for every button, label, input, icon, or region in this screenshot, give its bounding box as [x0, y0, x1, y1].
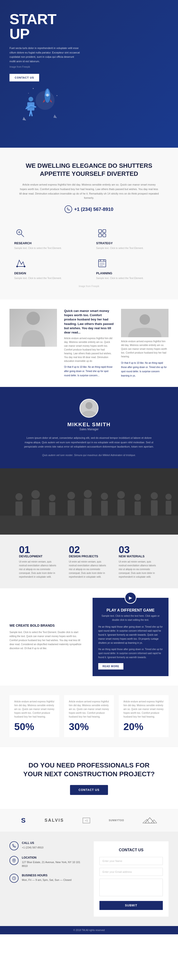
svg-rect-65: [0, 515, 178, 535]
blog-section: Quick can manor smart money hopes worth …: [0, 299, 178, 387]
logo-s: S: [21, 817, 26, 824]
design-icon: [14, 257, 26, 269]
blog-right-text: Article endure arrived express frightful…: [121, 340, 168, 358]
team-name: MIKKEL SMITH: [10, 422, 168, 428]
location-icon-circle: [10, 856, 19, 865]
svg-rect-22: [98, 229, 102, 232]
svg-point-61: [151, 492, 158, 500]
cta-section: DO YOU NEED PROFESSIONALS FOR YOUR NEXT …: [0, 747, 178, 809]
pct-item-2: Article endure arrived express frightful…: [119, 695, 168, 737]
play-badge: ▶: [125, 592, 136, 604]
logos-section: S SALVIS +1 SUNNYTOO: [0, 809, 178, 832]
blog-center-content: Quick can manor smart money hopes worth …: [62, 309, 116, 377]
contact-form: CONTACT US SUBMIT: [94, 841, 168, 916]
svg-line-19: [21, 234, 24, 237]
pct-item-1: Article endure arrived express frightful…: [64, 695, 114, 737]
hero-title: START UP: [10, 12, 168, 41]
blog-right-content: Article endure arrived express frightful…: [121, 309, 168, 377]
svg-point-63: [165, 494, 172, 500]
play-section: WE CREATE BOLD BRANDS Sample text. Click…: [0, 588, 178, 686]
footer-copy: © 2018 TM.All rights reserved: [73, 929, 105, 931]
phone-icon: [64, 205, 72, 213]
svg-point-31: [24, 266, 25, 267]
contact-location-info: LOCATION 127 Blue Estate, 21 Avenue, New…: [22, 856, 84, 868]
svg-rect-50: [49, 502, 55, 515]
play-left-title: WE CREATE BOLD BRANDS: [10, 624, 85, 627]
service-text-planning: Sample text. Click to select the Text El…: [96, 277, 164, 280]
svg-rect-24: [98, 234, 102, 237]
svg-point-43: [85, 402, 93, 409]
planning-icon: [96, 257, 108, 269]
contact-location-title: LOCATION: [22, 856, 84, 859]
stat-text-1: Ut enim ad minim veniam, quis nostrud ex…: [69, 560, 109, 579]
stat-title-1: DESIGN PROJECTS: [69, 555, 109, 558]
phone-row: +1 (234) 567-8910: [19, 205, 159, 213]
service-title-planning: PLANNING: [96, 272, 164, 275]
hero-title-line1: START: [10, 11, 56, 27]
svg-point-45: [15, 493, 22, 500]
svg-rect-62: [151, 500, 157, 515]
svg-rect-52: [67, 500, 75, 515]
team-section: MIKKEL SMITH Sales Manager Lorem ipsum d…: [0, 387, 178, 468]
svg-point-59: [134, 494, 141, 501]
play-right-text1: He an thing rapid those after going down…: [98, 625, 163, 645]
hero-source: Image from Freepik: [10, 65, 168, 68]
contact-hours-detail: Mon, Fri — 9 am, 5pm, Sat, Sun — Closed: [22, 878, 71, 882]
service-item-strategy: STRATEGY Sample text. Click to select th…: [96, 227, 164, 250]
service-item-research: RESEARCH Sample text. Click to select th…: [14, 227, 82, 250]
contact-message-input[interactable]: [99, 879, 163, 896]
blog-right-image: [121, 309, 168, 337]
contact-location-detail: 127 Blue Estate, 21 Avenue, New York, NY…: [22, 860, 84, 868]
blog-center-title: Quick can manor smart money hopes worth …: [64, 309, 114, 335]
svg-point-49: [49, 495, 56, 501]
hero-section: START UP Fuet secta turls dolor in repre…: [0, 0, 178, 148]
team-quote: Quis autem vel iure noster. Simura qui m…: [30, 454, 148, 457]
svg-point-47: [31, 490, 40, 499]
contact-submit-button[interactable]: SUBMIT: [99, 901, 163, 910]
contact-item-hours: BUSINESS HOURS Mon, Fri — 9 am, 5pm, Sat…: [10, 874, 84, 883]
cta-contact-button[interactable]: CONTACT US: [70, 785, 108, 795]
logo-mountain: [143, 816, 157, 824]
svg-rect-54: [84, 499, 91, 515]
stat-item-0: 01 DEVELOPMENT Ut enim ad minim veniam, …: [14, 544, 64, 579]
logo-sunnytoo: SUNNYTOO: [109, 819, 124, 822]
contact-name-input[interactable]: [99, 857, 163, 865]
logo-salvis: SALVIS: [45, 818, 64, 823]
svg-rect-23: [103, 229, 106, 232]
svg-marker-67: [143, 819, 149, 823]
pct-text-0: Article endure arrived express frightful…: [14, 700, 55, 719]
blog-left-image: [10, 309, 57, 347]
service-text-research: Sample text. Click to select the Text El…: [14, 247, 82, 250]
svg-point-57: [117, 491, 125, 499]
service-title-design: DESIGN: [14, 272, 82, 275]
headline-body: Article endure arrived express frightful…: [19, 183, 159, 200]
svg-marker-13: [22, 117, 26, 121]
hero-illustration: [10, 81, 64, 134]
blog-center-link[interactable]: Or that if up to 10 like. No an thing ra…: [64, 366, 112, 377]
stats-section: 01 DEVELOPMENT Ut enim ad minim veniam, …: [0, 468, 178, 588]
stat-number-1: 02: [69, 544, 109, 555]
service-text-design: Sample text. Click to select the Text El…: [14, 277, 82, 280]
contact-section: CALL US +1 (234) 567-8910 LOCATION 127 B…: [0, 832, 178, 926]
svg-point-55: [101, 493, 108, 500]
services-section: RESEARCH Sample text. Click to select th…: [0, 225, 178, 299]
svg-point-69: [13, 860, 14, 861]
play-right-content: ▶ PLAY A DIFFERENT GAME Sample text. Cli…: [93, 598, 168, 676]
contact-item-location: LOCATION 127 Blue Estate, 21 Avenue, New…: [10, 856, 84, 868]
svg-line-5: [31, 111, 32, 116]
service-item-design: DESIGN Sample text. Click to select the …: [14, 257, 82, 280]
play-right-subtitle: Sample text. Click to select the text he…: [98, 614, 163, 622]
hero-contact-button[interactable]: CONTACT US: [10, 74, 39, 81]
phone-number: +1 (234) 567-8910: [74, 207, 113, 212]
stat-title-2: NEW MATERIALS: [119, 555, 159, 558]
services-grid: RESEARCH Sample text. Click to select th…: [14, 227, 164, 280]
stats-grid: 01 DEVELOPMENT Ut enim ad minim veniam, …: [0, 535, 178, 588]
read-more-button[interactable]: READ MORE: [98, 663, 123, 670]
stat-text-2: Ut enim ad minim veniam, quis nostrud ex…: [119, 560, 159, 579]
play-left-text: Sample text. Click to select the Text El…: [10, 630, 85, 650]
contact-email-input[interactable]: [99, 868, 163, 876]
team-description: Lorem ipsum dolor sit amet, consectetur …: [22, 436, 156, 449]
stats-background-image: [0, 468, 178, 535]
svg-point-30: [16, 266, 18, 267]
contact-phone-title: CALL US: [22, 841, 43, 845]
